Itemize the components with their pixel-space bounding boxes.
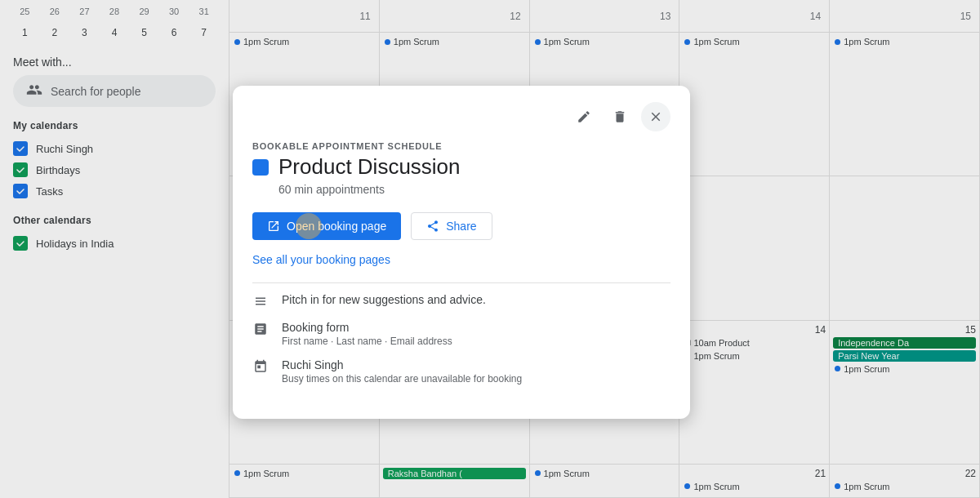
form-icon <box>252 321 269 337</box>
description-icon <box>252 293 269 309</box>
popup-actions: Open booking page Share <box>252 212 670 240</box>
popup-toolbar <box>252 102 670 131</box>
popup-title: Product Discussion <box>278 154 461 180</box>
popup-color-indicator <box>252 159 269 176</box>
appointment-popup: BOOKABLE APPOINTMENT SCHEDULE Product Di… <box>233 86 690 419</box>
popup-duration: 60 min appointments <box>252 183 670 196</box>
see-all-link[interactable]: See all your booking pages <box>252 253 670 266</box>
close-button[interactable] <box>641 102 670 131</box>
popup-description: Pitch in for new suggestions and advice. <box>282 293 486 306</box>
share-button[interactable]: Share <box>411 212 492 240</box>
calendar-owner-label: Ruchi Singh <box>282 358 522 371</box>
popup-divider-1 <box>252 282 670 283</box>
delete-button[interactable] <box>605 102 635 131</box>
edit-button[interactable] <box>569 102 599 131</box>
popup-subtitle: BOOKABLE APPOINTMENT SCHEDULE <box>252 141 670 151</box>
popup-description-row: Pitch in for new suggestions and advice. <box>252 293 670 309</box>
booking-form-label: Booking form <box>282 321 452 334</box>
popup-booking-form-row: Booking form First name · Last name · Em… <box>252 321 670 347</box>
calendar-icon <box>252 358 269 375</box>
open-booking-button[interactable]: Open booking page <box>252 212 401 240</box>
popup-title-row: Product Discussion <box>252 154 670 180</box>
popup-calendar-row: Ruchi Singh Busy times on this calendar … <box>252 358 670 385</box>
booking-form-sub: First name · Last name · Email address <box>282 336 452 347</box>
popup-overlay[interactable]: BOOKABLE APPOINTMENT SCHEDULE Product Di… <box>0 0 980 498</box>
open-booking-label: Open booking page <box>287 220 386 233</box>
calendar-owner-sub: Busy times on this calendar are unavaila… <box>282 373 522 385</box>
share-label: Share <box>446 220 476 233</box>
